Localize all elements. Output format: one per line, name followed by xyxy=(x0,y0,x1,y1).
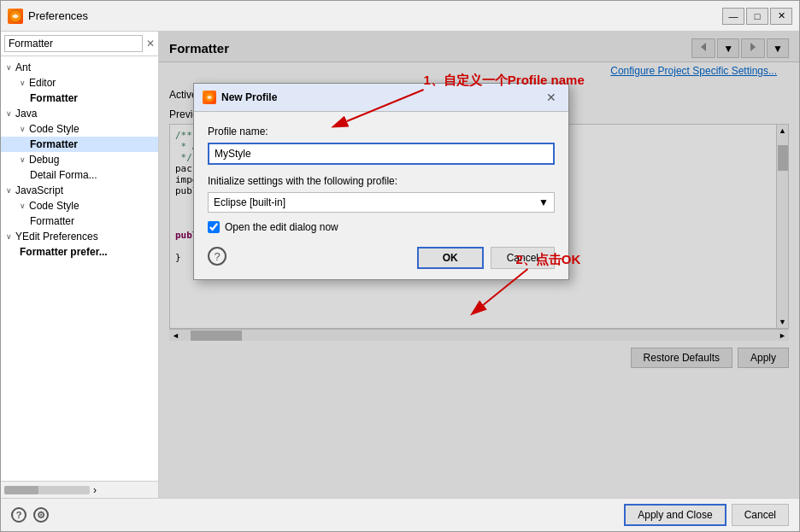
app-icon xyxy=(8,9,23,24)
ok-button[interactable]: OK xyxy=(417,247,484,269)
dialog-buttons: ? OK Cancel xyxy=(208,247,555,269)
profile-name-input[interactable] xyxy=(208,143,555,165)
main-window: Preferences — □ ✕ ✕ ∨ Ant ∨ xyxy=(0,0,800,532)
java-codestyle-arrow-icon: ∨ xyxy=(20,125,26,133)
dialog-title-left: New Profile xyxy=(203,91,277,104)
sidebar-item-ant-formatter-label: Formatter xyxy=(30,92,78,104)
sidebar-item-java-detail[interactable]: Detail Forma... xyxy=(1,167,158,183)
java-debug-arrow-icon: ∨ xyxy=(20,155,26,164)
dialog-close-button[interactable]: ✕ xyxy=(543,89,560,106)
init-profile-dropdown[interactable]: Eclipse [built-in] ▼ xyxy=(208,192,555,213)
sidebar-item-js-codestyle-label: Code Style xyxy=(29,200,79,212)
sidebar-item-js[interactable]: ∨ JavaScript xyxy=(1,183,158,198)
sidebar-item-yedit-label: YEdit Preferences xyxy=(15,231,98,243)
apply-and-close-button[interactable]: Apply and Close xyxy=(624,504,726,526)
sidebar-item-java-label: Java xyxy=(15,108,37,120)
sidebar-item-yedit[interactable]: ∨ YEdit Preferences xyxy=(1,229,158,244)
title-bar: Preferences — □ ✕ xyxy=(1,1,799,32)
sidebar-item-yedit-formatter-label: Formatter prefer... xyxy=(20,246,108,258)
help-icon[interactable]: ? xyxy=(11,507,26,523)
sidebar-scroll-thumb xyxy=(4,486,38,494)
sidebar-item-java-detail-label: Detail Forma... xyxy=(30,169,97,181)
dialog-overlay: New Profile ✕ Profile name: Initialize s… xyxy=(159,32,799,498)
title-bar-left: Preferences xyxy=(8,9,88,24)
help-circle[interactable]: ? xyxy=(208,247,226,266)
sidebar-item-js-label: JavaScript xyxy=(15,184,63,196)
sidebar-item-java-codestyle[interactable]: ∨ Code Style xyxy=(1,121,158,137)
sidebar-item-js-formatter-label: Formatter xyxy=(30,215,74,227)
init-label: Initialize settings with the following p… xyxy=(208,175,555,187)
dialog-title-text: New Profile xyxy=(221,91,277,103)
ant-arrow-icon: ∨ xyxy=(6,63,12,72)
dialog-title-bar: New Profile ✕ xyxy=(194,84,568,112)
search-input[interactable] xyxy=(4,35,143,52)
checkbox-row: Open the edit dialog now xyxy=(208,221,555,233)
dialog-app-icon xyxy=(203,91,216,104)
minimize-button[interactable]: — xyxy=(722,8,744,25)
js-arrow-icon: ∨ xyxy=(6,186,12,195)
window-body: ✕ ∨ Ant ∨ Editor Formatter xyxy=(1,32,799,498)
sidebar-scroll-right-arrow[interactable]: › xyxy=(93,484,97,496)
sidebar-item-java[interactable]: ∨ Java xyxy=(1,106,158,121)
java-arrow-icon: ∨ xyxy=(6,109,12,118)
checkbox-label: Open the edit dialog now xyxy=(225,221,338,233)
cancel-button[interactable]: Cancel xyxy=(732,504,789,526)
init-profile-label: Eclipse [built-in] xyxy=(214,196,285,208)
sidebar: ✕ ∨ Ant ∨ Editor Formatter xyxy=(1,32,159,498)
sidebar-item-java-debug-label: Debug xyxy=(29,154,59,166)
init-dropdown-arrow-icon: ▼ xyxy=(538,196,549,208)
sidebar-item-ant-formatter[interactable]: Formatter xyxy=(1,91,158,106)
open-edit-checkbox[interactable] xyxy=(208,221,220,233)
new-profile-dialog: New Profile ✕ Profile name: Initialize s… xyxy=(193,83,569,280)
yedit-arrow-icon: ∨ xyxy=(6,232,12,241)
sidebar-item-yedit-formatter[interactable]: Formatter prefer... xyxy=(1,244,158,260)
sidebar-item-java-codestyle-label: Code Style xyxy=(29,123,79,135)
sidebar-item-ant[interactable]: ∨ Ant xyxy=(1,60,158,75)
sidebar-item-java-formatter[interactable]: Formatter xyxy=(1,137,158,152)
sidebar-item-js-formatter[interactable]: Formatter xyxy=(1,213,158,229)
close-button[interactable]: ✕ xyxy=(770,8,792,25)
sidebar-item-ant-editor[interactable]: ∨ Editor xyxy=(1,75,158,91)
settings-icon[interactable]: ⚙ xyxy=(33,507,49,523)
dialog-cancel-button[interactable]: Cancel xyxy=(491,247,555,269)
sidebar-item-ant-editor-label: Editor xyxy=(29,77,56,89)
search-clear-icon[interactable]: ✕ xyxy=(146,38,155,50)
tree: ∨ Ant ∨ Editor Formatter ∨ Java xyxy=(1,56,158,481)
sidebar-bottom: › xyxy=(1,481,158,498)
window-controls: — □ ✕ xyxy=(722,8,792,25)
maximize-button[interactable]: □ xyxy=(746,8,768,25)
sidebar-item-js-codestyle[interactable]: ∨ Code Style xyxy=(1,198,158,213)
bottom-left: ? ⚙ xyxy=(11,507,49,523)
sidebar-scrollbar[interactable] xyxy=(4,486,90,494)
dialog-body: Profile name: Initialize settings with t… xyxy=(194,112,568,279)
bottom-bar: ? ⚙ Apply and Close Cancel xyxy=(1,498,799,531)
sidebar-item-java-debug[interactable]: ∨ Debug xyxy=(1,152,158,167)
bottom-right: Apply and Close Cancel xyxy=(624,504,789,526)
window-title: Preferences xyxy=(28,9,88,22)
sidebar-item-java-formatter-label: Formatter xyxy=(30,138,78,150)
sidebar-item-ant-label: Ant xyxy=(15,61,31,73)
search-box: ✕ xyxy=(1,32,158,56)
main-content: Formatter ▼ ▼ xyxy=(159,32,799,498)
js-codestyle-arrow-icon: ∨ xyxy=(20,202,26,210)
profile-name-label: Profile name: xyxy=(208,126,555,137)
ant-editor-arrow-icon: ∨ xyxy=(20,79,26,87)
